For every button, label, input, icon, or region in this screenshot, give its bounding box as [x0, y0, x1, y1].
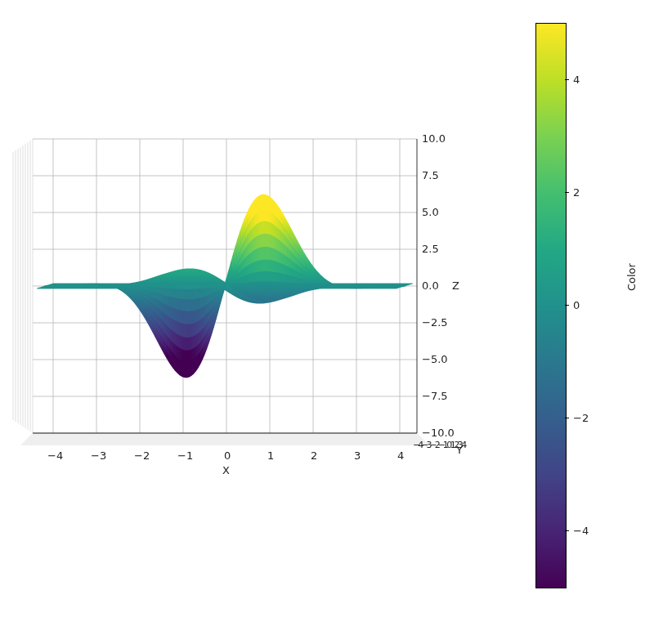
x-tick--3: −3 — [91, 449, 106, 462]
z-axis-title: Z — [452, 279, 459, 292]
z-tick--5: −5.0 — [422, 353, 448, 365]
x-tick--4: −4 — [47, 449, 63, 462]
cbar-tick--4 — [565, 530, 569, 531]
cbar-label--4: −4 — [573, 525, 589, 537]
z-tick-0: 0.0 — [422, 279, 439, 292]
z-tick-5: 5.0 — [422, 206, 439, 218]
x-tick-2: 2 — [311, 449, 317, 462]
grid-horizontal — [33, 139, 417, 433]
z-tick-7.5: 7.5 — [422, 169, 439, 181]
cbar-tick-0 — [565, 305, 569, 306]
cbar-label--2: −2 — [573, 412, 589, 424]
x-tick-0: 0 — [224, 449, 231, 462]
colorbar-title: Color — [625, 263, 638, 291]
z-tick-10: 10.0 — [422, 132, 446, 145]
x-tick-1: 1 — [267, 449, 274, 462]
z-tick--2.5: −2.5 — [422, 316, 448, 329]
axes-grid — [8, 123, 433, 474]
cbar-tick--2 — [565, 418, 569, 418]
x-tick--2: −2 — [134, 449, 150, 462]
colorbar-gradient — [535, 23, 567, 588]
cbar-label-4: 4 — [573, 74, 580, 86]
colorbar: −4 −2 0 2 4 Color — [535, 23, 650, 587]
x-axis-title: X — [222, 464, 230, 476]
z-tick-2.5: 2.5 — [422, 243, 439, 255]
cbar-label-2: 2 — [573, 186, 580, 199]
z-tick--7.5: −7.5 — [422, 390, 448, 402]
cbar-label-0: 0 — [573, 299, 580, 311]
plot-3d-axes: −4 −3 −2 −1 0 1 2 3 4 −10.0 −7.5 −5.0 −2… — [8, 123, 433, 474]
cbar-tick-4 — [565, 79, 569, 80]
bottom-depth-lines — [21, 433, 428, 445]
y-tick-pileup: −4−3−2−1 0 1 2 3 4 — [413, 440, 464, 450]
z-tick--10: −10.0 — [422, 427, 455, 439]
x-tick-4: 4 — [397, 449, 404, 462]
left-depth-lines — [13, 139, 33, 433]
x-tick--1: −1 — [177, 449, 193, 462]
x-tick-3: 3 — [354, 449, 361, 462]
cbar-tick-2 — [565, 192, 569, 193]
